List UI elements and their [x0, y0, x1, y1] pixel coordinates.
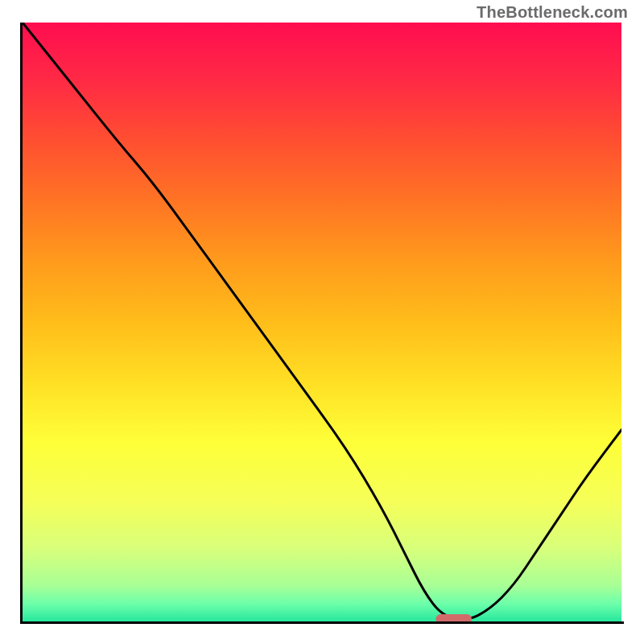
plot-area — [23, 23, 621, 621]
bottleneck-curve-path — [23, 23, 621, 620]
watermark-text: TheBottleneck.com — [477, 3, 628, 22]
x-axis — [20, 621, 624, 624]
curve-layer — [23, 23, 621, 621]
bottleneck-chart: TheBottleneck.com — [0, 0, 644, 644]
best-match-marker — [436, 614, 472, 621]
